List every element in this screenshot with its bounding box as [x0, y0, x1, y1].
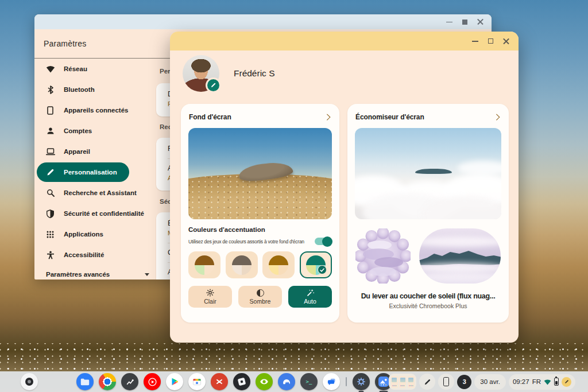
theme-button-light[interactable]: Clair — [188, 286, 232, 308]
mountain-ridge — [415, 169, 452, 174]
stylus-battery-icon — [562, 377, 571, 387]
play-circle-icon — [147, 377, 158, 387]
date-button[interactable]: 30 avr. — [474, 374, 506, 390]
swatch-color-circle — [269, 255, 288, 275]
status-tray[interactable]: 09:27 FR — [509, 374, 575, 390]
maximize-button[interactable] — [462, 19, 468, 25]
close-button[interactable] — [503, 38, 509, 44]
theme-button-row: Clair Sombre Auto — [188, 286, 332, 308]
profile-name: Frédéric S — [234, 68, 275, 79]
play-store-app-icon[interactable] — [166, 373, 183, 390]
minimize-button[interactable] — [472, 38, 478, 44]
wallpaper-hill — [188, 174, 332, 220]
settings-app-icon[interactable] — [353, 373, 370, 390]
theme-button-dark[interactable]: Sombre — [238, 286, 282, 308]
theme-button-label: Clair — [204, 298, 216, 305]
shelf: >_ — [0, 371, 588, 392]
launcher-icon — [25, 378, 33, 386]
sidebar-item-label: Accessibilité — [64, 251, 104, 258]
screensaver-thumb-clouds[interactable] — [419, 228, 501, 284]
sidebar-advanced-settings[interactable]: Paramètres avancés — [46, 271, 149, 278]
web-store-icon — [192, 378, 202, 386]
wallpaper-card: Fond d'écran Couleurs d'accentuation Uti… — [181, 104, 339, 323]
close-button[interactable] — [477, 19, 483, 25]
sidebar-item-device[interactable]: Appareil — [34, 141, 156, 162]
accent-swatch-row — [188, 251, 332, 278]
terminal-app-icon[interactable]: >_ — [300, 373, 318, 390]
auto-magic-icon — [306, 289, 315, 297]
phone-hub-button[interactable] — [438, 374, 454, 390]
vpn-app-icon[interactable] — [278, 373, 295, 390]
paintbrush-icon — [45, 168, 55, 176]
dialog-titlebar — [170, 32, 519, 51]
apps-grid-icon — [45, 231, 55, 238]
sidebar-item-bluetooth[interactable]: Bluetooth — [34, 79, 156, 100]
desk-preview-button[interactable] — [389, 374, 416, 390]
sidebar-item-label: Recherche et Assistant — [64, 189, 137, 196]
gear-icon — [357, 377, 366, 386]
sidebar-item-accounts[interactable]: Comptes — [34, 121, 156, 141]
avatar — [183, 55, 219, 92]
finance-app-icon[interactable] — [121, 373, 138, 390]
youtube-music-app-icon[interactable] — [144, 373, 161, 390]
sidebar-item-label: Applications — [64, 231, 103, 238]
minimize-button[interactable] — [446, 19, 452, 25]
theme-button-label: Auto — [304, 298, 316, 305]
geforce-now-app-icon[interactable] — [256, 373, 273, 390]
roblox-app-icon[interactable] — [233, 373, 250, 390]
toggle-knob — [322, 236, 332, 247]
accent-swatch-3[interactable] — [262, 251, 295, 278]
chat-app-icon[interactable] — [323, 373, 340, 390]
play-store-icon — [171, 377, 179, 386]
shelf-apps: >_ — [76, 373, 392, 390]
wallpaper-card-header[interactable]: Fond d'écran — [189, 112, 331, 122]
clock: 09:27 — [513, 378, 529, 385]
sidebar-item-label: Réseau — [64, 65, 87, 72]
stylus-tools-button[interactable] — [419, 374, 435, 390]
notification-counter[interactable]: 3 — [457, 375, 471, 389]
chrome-app-icon[interactable] — [99, 373, 116, 390]
screensaver-preview[interactable] — [355, 128, 501, 219]
roblox-icon — [238, 378, 246, 386]
nvidia-eye-icon — [260, 377, 269, 386]
chevron-down-icon — [145, 273, 149, 276]
launcher-button[interactable] — [21, 373, 38, 390]
wifi-icon — [45, 65, 55, 73]
screensaver-card-header[interactable]: Économiseur d'écran — [355, 112, 501, 122]
sidebar-item-search-assistant[interactable]: Recherche et Assistant — [34, 183, 156, 203]
accent-swatch-1[interactable] — [188, 251, 220, 278]
edit-avatar-button[interactable] — [206, 77, 221, 93]
battery-icon — [554, 378, 559, 386]
sidebar-item-personalization[interactable]: Personnalisation — [37, 162, 129, 182]
accent-swatch-2[interactable] — [226, 251, 258, 278]
shelf-separator — [346, 377, 347, 386]
wifi-icon — [544, 379, 551, 385]
remote-desktop-app-icon[interactable] — [211, 373, 228, 390]
shield-icon — [45, 209, 55, 218]
sidebar-item-connected-devices[interactable]: Appareils connectés — [34, 100, 156, 121]
screensaver-item-subtitle: Exclusivité Chromebook Plus — [355, 302, 501, 309]
files-app-icon[interactable] — [76, 373, 94, 390]
cross-arrows-icon — [215, 378, 223, 386]
cloud — [458, 161, 502, 175]
sidebar-item-accessibility[interactable]: Accessibilité — [34, 244, 156, 265]
phone-icon — [443, 377, 449, 386]
accessibility-icon — [45, 251, 55, 259]
gallery-icon — [378, 377, 389, 387]
person-icon — [45, 127, 55, 135]
swatch-color-circle — [195, 255, 214, 275]
sidebar-item-security-privacy[interactable]: Sécurité et confidentialité — [34, 203, 156, 224]
window-thumbnail — [399, 376, 406, 388]
web-store-app-icon[interactable] — [188, 373, 206, 390]
theme-button-label: Sombre — [250, 298, 271, 305]
sidebar-item-applications[interactable]: Applications — [34, 224, 156, 244]
screensaver-thumb-flower[interactable] — [355, 228, 411, 284]
accent-colors-toggle[interactable] — [315, 238, 332, 245]
maximize-button[interactable] — [488, 38, 494, 44]
sidebar-item-network[interactable]: Réseau — [34, 59, 156, 79]
profile-header: Frédéric S — [183, 55, 275, 92]
theme-button-auto[interactable]: Auto — [288, 286, 332, 308]
accent-swatch-4[interactable] — [300, 251, 332, 278]
sidebar-item-label: Appareils connectés — [64, 107, 128, 114]
wallpaper-preview[interactable] — [188, 128, 332, 219]
